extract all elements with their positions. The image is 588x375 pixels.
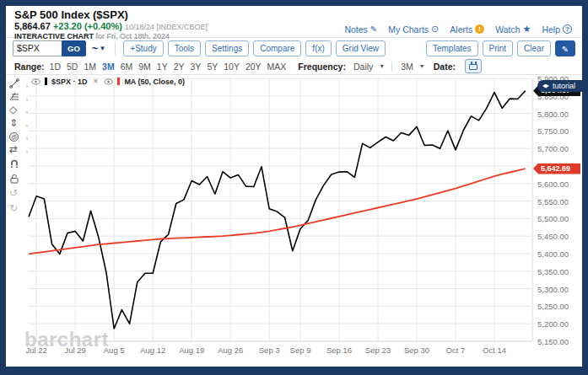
x-axis-tick: Sep 30: [404, 346, 429, 355]
range-bar: Range: 1D5D1M3M6M9M1Y2Y3Y5Y10Y20YMAX Fre…: [6, 58, 582, 75]
chevron-down-icon: ▼: [379, 63, 385, 69]
chevron-down-icon: ▼: [419, 63, 425, 69]
range-option-2y[interactable]: 2Y: [174, 62, 185, 72]
chart-type-selector[interactable]: ~ ▼: [92, 42, 106, 55]
header-link-my-charts[interactable]: My Charts⊙: [388, 24, 439, 35]
compare-button[interactable]: Compare: [253, 40, 301, 56]
y-axis-tick: 5,300.00: [537, 285, 569, 294]
toolbar-right: TemplatesPrintClear ✎: [426, 40, 575, 56]
visibility-eye-icon[interactable]: [31, 78, 40, 85]
y-axis-tick: 5,250.00: [537, 302, 569, 311]
x-axis-tick: Aug 19: [179, 346, 204, 355]
header-link-notes[interactable]: Notes✎: [344, 24, 377, 35]
range-option-9m[interactable]: 9M: [138, 62, 151, 72]
series-color-bar: [45, 78, 47, 85]
-study-button[interactable]: +Study: [123, 40, 163, 56]
magnet-icon[interactable]: [9, 158, 26, 170]
templates-button[interactable]: Templates: [426, 40, 478, 56]
compare-arrows-tool-icon[interactable]: ⇄›: [9, 144, 26, 156]
calendar-icon[interactable]: [465, 59, 482, 73]
notes-pencil-icon: ✎: [370, 24, 377, 34]
tools-button[interactable]: Tools: [168, 40, 201, 56]
price-plot[interactable]: [6, 75, 582, 367]
chart-legend: $SPX · 1D × MA (50, Close, 0): [31, 77, 185, 86]
drawing-toolbar: ››◇›⇕›@›⇄›↺↻: [6, 75, 29, 294]
date-picker: Date:: [434, 59, 482, 73]
barchart-watermark: barchart: [24, 328, 109, 351]
y-axis-tick: 5,350.00: [537, 267, 569, 276]
header-link-watch[interactable]: Watch★: [495, 24, 531, 35]
symbol-input[interactable]: [13, 40, 62, 56]
range-options: 1D5D1M3M6M9M1Y2Y3Y5Y10Y20YMAX: [50, 62, 287, 72]
annotation-list-icon[interactable]: ›: [9, 92, 26, 104]
x-axis-tick: Aug 26: [218, 346, 243, 355]
x-axis-tick: Sep 23: [365, 346, 391, 355]
visibility-eye-icon[interactable]: [104, 78, 113, 85]
quote-date: 10/18/24 [INDEX/CBOE]: [125, 23, 208, 31]
series-color-bar: [117, 78, 120, 85]
header: S&P 500 Index ($SPX) 5,864.67 +23.20 (+0…: [6, 6, 582, 38]
y-axis-tick: 5,700.00: [537, 144, 569, 153]
last-price: 5,864.67: [14, 21, 51, 31]
annotate-button[interactable]: ✎: [555, 40, 575, 56]
frequency-label: Frequency:: [298, 62, 346, 72]
tutorial-label: tutorial: [553, 82, 575, 90]
subtitle-bold: INTERACTIVE CHART: [14, 32, 94, 40]
range-option-5y[interactable]: 5Y: [207, 62, 218, 72]
vertical-arrows-tool-icon[interactable]: ⇕›: [9, 118, 26, 130]
lock-icon[interactable]: [9, 174, 26, 185]
y-axis-tick: 5,400.00: [537, 249, 569, 259]
range-option-1m[interactable]: 1M: [84, 62, 96, 72]
help-icon: ?: [563, 24, 572, 34]
header-link-alerts[interactable]: Alerts!: [450, 24, 484, 35]
period-select[interactable]: 3M ▼: [391, 62, 425, 72]
trendline-tool-icon[interactable]: ›: [9, 78, 26, 90]
range-option-6m[interactable]: 6M: [121, 62, 133, 72]
range-option-max[interactable]: MAX: [267, 62, 287, 72]
range-option-10y[interactable]: 10Y: [224, 62, 240, 72]
y-axis-tick: 5,550.00: [537, 197, 569, 206]
clear-button[interactable]: Clear: [517, 40, 551, 56]
x-axis-tick: Oct 7: [446, 346, 466, 355]
x-axis-tick: Aug 12: [140, 346, 165, 355]
y-axis-tick: 5,450.00: [537, 232, 569, 241]
line-chart-type-icon: ~: [92, 42, 98, 55]
range-option-5d[interactable]: 5D: [67, 62, 78, 72]
chevron-right-icon: ›: [26, 107, 28, 118]
range-label: Range:: [14, 62, 45, 72]
redo-icon[interactable]: ↻: [9, 203, 26, 215]
range-option-1y[interactable]: 1Y: [157, 62, 168, 72]
y-axis-tick: 5,500.00: [537, 214, 569, 223]
symbol-note-tool-icon[interactable]: @›: [9, 131, 26, 142]
ma-value-badge: 5,642.69: [533, 163, 580, 174]
chevron-right-icon: ›: [26, 147, 28, 158]
go-button[interactable]: GO: [62, 40, 86, 56]
undo-icon[interactable]: ↺: [9, 188, 26, 200]
remove-study-button[interactable]: ×: [94, 77, 99, 86]
toolbar-buttons: +StudyToolsSettingsComparef(x)Grid View: [123, 40, 386, 56]
range-option-1d[interactable]: 1D: [50, 62, 61, 72]
chart-area[interactable]: ››◇›⇕›@›⇄›↺↻ $SPX · 1D × MA (50, Close, …: [6, 75, 582, 367]
chevron-right-icon: ›: [26, 94, 28, 105]
grid-view-button[interactable]: Grid View: [336, 40, 386, 56]
y-axis-tick: 5,200.00: [537, 319, 569, 329]
settings-button[interactable]: Settings: [205, 40, 249, 56]
chevron-right-icon: ›: [26, 133, 28, 144]
x-axis-tick: Sep 9: [290, 346, 311, 355]
x-axis-tick: Oct 14: [483, 346, 506, 355]
y-axis-tick: 5,150.00: [537, 337, 569, 346]
frequency-select[interactable]: Frequency: Daily ▼: [298, 62, 385, 72]
subtitle-rest: for Fri, Oct 18th, 2024: [96, 32, 170, 40]
toolbar-right-buttons: TemplatesPrintClear: [426, 40, 551, 56]
tutorial-button[interactable]: tutorial: [537, 80, 582, 92]
range-option-3m[interactable]: 3M: [102, 62, 115, 72]
print-button[interactable]: Print: [483, 40, 514, 56]
page-title: S&P 500 Index ($SPX): [14, 8, 574, 21]
period-value: 3M: [401, 62, 413, 72]
range-option-20y[interactable]: 20Y: [245, 62, 262, 72]
f-x--button[interactable]: f(x): [305, 40, 331, 56]
range-option-3y[interactable]: 3Y: [191, 62, 202, 72]
header-link-help[interactable]: Help?: [542, 24, 572, 35]
divider: [115, 41, 116, 55]
shapes-tool-icon[interactable]: ◇›: [9, 104, 26, 116]
